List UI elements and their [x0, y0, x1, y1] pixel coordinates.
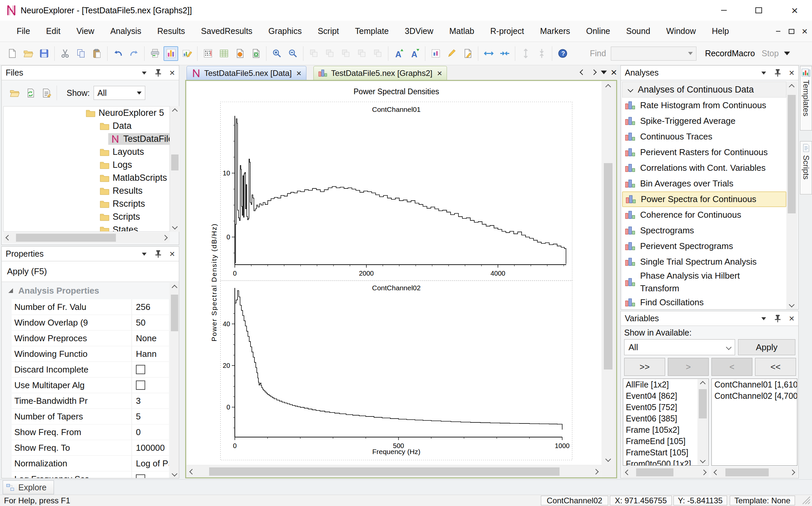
canvas-horizontal-scrollbar[interactable] — [187, 466, 601, 477]
numeric-results-icon[interactable] — [232, 46, 247, 61]
refresh-icon[interactable] — [23, 86, 38, 100]
open-file-icon[interactable] — [21, 46, 35, 61]
paste-icon[interactable] — [90, 46, 104, 61]
property-value[interactable]: 3 — [132, 396, 141, 406]
cascade-windows-icon[interactable] — [322, 46, 337, 61]
save-file-icon[interactable] — [36, 46, 51, 61]
properties-collapse-button[interactable] — [140, 249, 149, 259]
menu-item-matlab[interactable]: Matlab — [441, 21, 482, 42]
font-decrease-icon[interactable]: A — [407, 46, 422, 61]
property-checkbox[interactable] — [136, 475, 145, 478]
copy-graphics-icon[interactable] — [428, 46, 443, 61]
analyses-vertical-scrollbar[interactable] — [786, 82, 797, 310]
properties-pin-button[interactable] — [154, 249, 163, 259]
menu-item-template[interactable]: Template — [347, 21, 397, 42]
property-value[interactable]: 100000 — [132, 443, 165, 453]
tab-testdatafile5-data[interactable]: TestDataFile5.nex [Data] × — [187, 66, 306, 80]
document-close-button[interactable]: × — [799, 21, 811, 42]
tree-item-states[interactable]: States — [4, 223, 169, 232]
copy-icon[interactable] — [74, 46, 88, 61]
selected-variable-item[interactable]: ContChannel02 [4,70031 — [712, 390, 797, 402]
page-setup-icon[interactable] — [460, 46, 475, 61]
selected-variable-item[interactable]: ContChannel01 [1,61020 — [712, 379, 797, 390]
files-pin-button[interactable] — [154, 68, 163, 78]
property-value[interactable]: 5 — [132, 411, 141, 422]
tree-item-layouts[interactable]: Layouts — [4, 146, 169, 158]
tab-group-close-button[interactable]: × — [609, 67, 619, 77]
tab-templates[interactable]: Templates — [800, 66, 812, 131]
tree-item-results[interactable]: Results — [4, 184, 169, 197]
analysis-properties-group[interactable]: Analysis Properties — [2, 282, 169, 299]
graph-settings-icon[interactable] — [179, 46, 194, 61]
tree-item-data[interactable]: Data — [4, 119, 169, 133]
zoom-in-icon[interactable] — [270, 46, 284, 61]
analysis-item-perievent-rasters-for-continuous[interactable]: Perievent Rasters for Continuous — [622, 145, 786, 160]
property-value[interactable]: Log of PSD(dB) (M — [132, 458, 169, 469]
stop-macro-button[interactable]: Stop — [762, 49, 779, 58]
raster-view-icon[interactable] — [201, 46, 215, 61]
files-collapse-button[interactable] — [140, 68, 149, 78]
available-list-horizontal-scrollbar[interactable] — [623, 467, 709, 478]
analysis-item-power-spectra-for-continuous[interactable]: Power Spectra for Continuous — [622, 191, 786, 207]
available-variable-item[interactable]: From0to500 [1x2] — [623, 458, 709, 466]
variables-collapse-button[interactable] — [759, 314, 768, 324]
document-minimize-button[interactable] — [772, 21, 784, 42]
files-tree-vertical-scrollbar[interactable] — [170, 106, 180, 232]
selected-list-horizontal-scrollbar[interactable] — [712, 467, 797, 478]
canvas-vertical-scrollbar[interactable] — [602, 81, 614, 465]
cut-icon[interactable] — [58, 46, 72, 61]
analysis-item-perievent-spectrograms[interactable]: Perievent Spectrograms — [622, 238, 786, 254]
variables-filter-combobox[interactable]: All — [624, 339, 735, 355]
menu-item-3dview[interactable]: 3DView — [397, 21, 441, 42]
available-list-vertical-scrollbar[interactable] — [697, 379, 708, 465]
menu-item-online[interactable]: Online — [578, 21, 618, 42]
tab-scripts[interactable]: Scripts — [800, 141, 812, 194]
menu-item-file[interactable]: File — [9, 21, 38, 42]
window-minimize-button[interactable] — [712, 0, 735, 21]
available-variable-item[interactable]: Event04 [862] — [623, 390, 709, 402]
analyses-group-header[interactable]: Analyses of Continuous Data — [622, 82, 786, 97]
properties-vertical-scrollbar[interactable] — [169, 283, 179, 478]
compress-vertical-icon[interactable] — [534, 46, 549, 61]
view-graphs-icon[interactable] — [163, 46, 178, 61]
analysis-item-coherence-for-continuous[interactable]: Coherence for Continuous — [622, 207, 786, 223]
variables-pin-button[interactable] — [773, 314, 782, 324]
tree-item-rscripts[interactable]: Rscripts — [4, 197, 169, 210]
available-variable-item[interactable]: AllFile [1x2] — [623, 379, 709, 390]
analysis-item-find-oscillations[interactable]: Find Oscillations — [622, 294, 786, 309]
tree-item-scripts[interactable]: Scripts — [4, 210, 169, 223]
files-tree-horizontal-scrollbar[interactable] — [3, 232, 170, 243]
tab-testdatafile5-graphs2[interactable]: TestDataFile5.nex [Graphs2] × — [313, 66, 447, 80]
tile-horizontal-icon[interactable] — [354, 46, 369, 61]
variables-close-button[interactable]: × — [787, 314, 796, 324]
move-all-left-button[interactable]: << — [755, 358, 796, 376]
analysis-item-continuous-traces[interactable]: Continuous Traces — [622, 129, 786, 145]
available-variable-item[interactable]: FrameStart [105] — [623, 447, 709, 458]
property-value[interactable]: 256 — [132, 302, 150, 312]
explore-tab[interactable]: Explore — [3, 480, 54, 494]
analyses-close-button[interactable]: × — [787, 68, 796, 78]
menu-item-window[interactable]: Window — [658, 21, 704, 42]
move-right-button[interactable]: > — [668, 358, 709, 376]
menu-item-edit[interactable]: Edit — [38, 21, 68, 42]
menu-item-savedresults[interactable]: SavedResults — [193, 21, 261, 42]
variables-apply-button[interactable]: Apply — [738, 339, 795, 355]
window-maximize-button[interactable] — [747, 0, 770, 21]
graphs-canvas[interactable]: Power Spectral DensitiesPower Spectral D… — [187, 81, 601, 465]
record-macro-button[interactable]: RecordMacro — [705, 49, 755, 58]
tab-list-dropdown-button[interactable] — [599, 67, 609, 77]
analyses-collapse-button[interactable] — [759, 68, 768, 78]
move-all-right-button[interactable]: >> — [624, 358, 665, 376]
expand-vertical-icon[interactable] — [518, 46, 533, 61]
analysis-item-bin-averages-over-trials[interactable]: Bin Averages over Trials — [622, 176, 786, 191]
property-checkbox[interactable] — [136, 381, 145, 390]
window-close-button[interactable]: × — [783, 0, 806, 21]
show-filter-combobox[interactable]: All — [94, 86, 145, 100]
tab-close-icon[interactable]: × — [296, 69, 301, 78]
print-icon[interactable] — [148, 46, 162, 61]
menu-item-help[interactable]: Help — [704, 21, 737, 42]
selected-variables-list[interactable]: ContChannel01 [1,61020ContChannel02 [4,7… — [712, 378, 797, 466]
tree-item-matlabscripts[interactable]: MatlabScripts — [4, 171, 169, 184]
expand-horizontal-icon[interactable] — [481, 46, 496, 61]
menu-item-view[interactable]: View — [68, 21, 102, 42]
